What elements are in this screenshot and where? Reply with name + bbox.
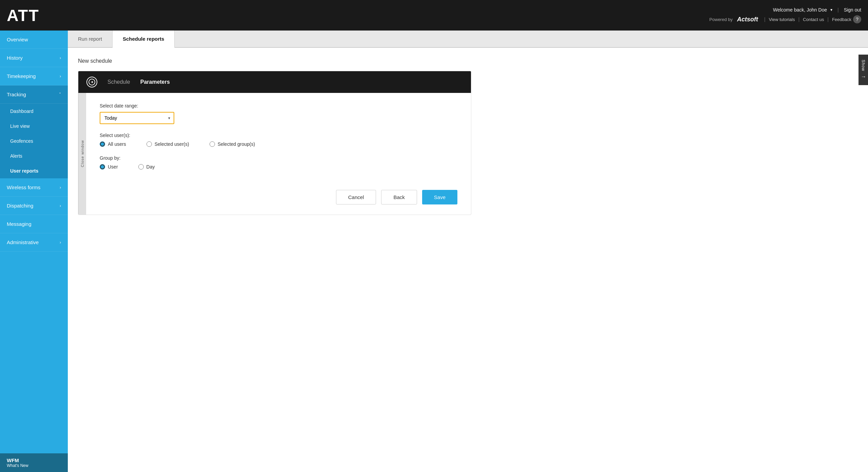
radio-selected-groups-label: Selected group(s) <box>218 141 255 147</box>
feedback-link[interactable]: Feedback <box>832 17 851 22</box>
card-header-icon <box>86 77 97 87</box>
chevron-right-icon: › <box>60 203 61 208</box>
sidebar-item-history-label: History <box>7 55 23 61</box>
close-window-button[interactable]: Close window <box>78 93 86 215</box>
sidebar-item-alerts[interactable]: Alerts <box>0 149 68 163</box>
arrow-left-icon: ← <box>861 74 866 80</box>
cancel-button[interactable]: Cancel <box>336 190 376 204</box>
buttons-row: Cancel Back Save <box>100 183 457 204</box>
help-button[interactable]: ? <box>853 15 861 23</box>
radio-group-day[interactable]: Day <box>138 164 155 170</box>
date-range-label: Select date range: <box>100 103 457 109</box>
date-range-wrapper: Today Yesterday This week Last week This… <box>100 112 174 124</box>
card-body: Select date range: Today Yesterday This … <box>86 93 471 215</box>
welcome-text: Welcome back, John Doe <box>773 7 827 13</box>
sidebar-footer-title: WFM <box>7 457 61 463</box>
radio-group-day-input[interactable] <box>138 164 144 170</box>
card-header-tabs: Schedule Parameters <box>107 78 170 86</box>
page-title: New schedule <box>78 58 858 64</box>
group-by-radio-group: User Day <box>100 164 457 170</box>
radio-selected-users[interactable]: Selected user(s) <box>146 141 189 147</box>
sidebar-item-overview[interactable]: Overview <box>0 31 68 49</box>
card-header: Schedule Parameters <box>78 71 471 93</box>
content-area: Run report Schedule reports New schedule… <box>68 31 868 472</box>
sidebar-item-user-reports[interactable]: User reports <box>0 163 68 178</box>
radio-group-day-label: Day <box>146 164 155 170</box>
radio-group-user-label: User <box>108 164 118 170</box>
sidebar-item-messaging-label: Messaging <box>7 221 32 227</box>
sidebar-item-dispatching-label: Dispatching <box>7 203 33 209</box>
chevron-down-icon: ˅ <box>59 92 61 97</box>
sidebar-item-administrative[interactable]: Administrative › <box>0 233 68 252</box>
group-by-label: Group by: <box>100 155 457 161</box>
radio-selected-groups-input[interactable] <box>210 141 215 147</box>
header-bottom-row: Powered by Actsoft | View tutorials | Co… <box>709 15 861 23</box>
tab-schedule-reports[interactable]: Schedule reports <box>113 31 175 48</box>
radio-selected-users-input[interactable] <box>146 141 152 147</box>
card-body-container: Close window Select date range: Today Ye… <box>78 93 471 215</box>
sign-out-link[interactable]: Sign out <box>844 7 861 13</box>
sidebar-footer: WFM What's New <box>0 453 68 472</box>
radio-selected-users-label: Selected user(s) <box>155 141 189 147</box>
sidebar-item-messaging[interactable]: Messaging <box>0 215 68 233</box>
app-logo: ATT <box>7 6 39 25</box>
sidebar-item-dispatching[interactable]: Dispatching › <box>0 197 68 215</box>
header-right: Welcome back, John Doe ▾ | Sign out Powe… <box>709 7 861 23</box>
sidebar-item-timekeeping[interactable]: Timekeeping › <box>0 67 68 85</box>
sidebar-item-administrative-label: Administrative <box>7 239 39 245</box>
radio-all-users[interactable]: All users <box>100 141 126 147</box>
radio-group-user-input[interactable] <box>100 164 105 170</box>
sidebar-item-dashboard-label: Dashboard <box>10 109 34 114</box>
save-button[interactable]: Save <box>422 190 457 204</box>
view-tutorials-link[interactable]: View tutorials <box>769 17 795 22</box>
tab-run-report[interactable]: Run report <box>68 31 113 47</box>
chevron-right-icon: › <box>60 56 61 60</box>
card-tab-schedule[interactable]: Schedule <box>107 78 130 86</box>
contact-us-link[interactable]: Contact us <box>803 17 824 22</box>
sidebar-item-tracking[interactable]: Tracking ˅ <box>0 85 68 104</box>
sidebar-item-wireless-forms-label: Wireless forms <box>7 184 40 190</box>
tabs-bar: Run report Schedule reports <box>68 31 868 48</box>
top-header: ATT Welcome back, John Doe ▾ | Sign out … <box>0 0 868 31</box>
sidebar-item-dashboard[interactable]: Dashboard <box>0 104 68 119</box>
sidebar-item-live-view-label: Live view <box>10 123 30 129</box>
actsoft-logo: Actsoft <box>737 16 758 23</box>
radio-all-users-label: All users <box>108 141 126 147</box>
chevron-right-icon: › <box>60 185 61 190</box>
sidebar-item-alerts-label: Alerts <box>10 153 22 159</box>
sidebar: Overview History › Timekeeping › Trackin… <box>0 31 68 472</box>
sidebar-item-geofences[interactable]: Geofences <box>0 134 68 149</box>
back-button[interactable]: Back <box>381 190 417 204</box>
right-panel-toggle[interactable]: ← Show <box>859 55 868 85</box>
card-tab-parameters[interactable]: Parameters <box>140 78 170 86</box>
main-layout: Overview History › Timekeeping › Trackin… <box>0 31 868 472</box>
right-panel-label: Show <box>861 60 866 71</box>
radio-all-users-input[interactable] <box>100 141 105 147</box>
sidebar-item-history[interactable]: History › <box>0 49 68 67</box>
page-content: New schedule ← Show <box>68 48 868 472</box>
sidebar-footer-subtitle[interactable]: What's New <box>7 463 61 468</box>
sidebar-item-tracking-label: Tracking <box>7 92 26 97</box>
user-radio-group: All users Selected user(s) Selected grou… <box>100 141 457 147</box>
powered-by-text: Powered by <box>709 17 733 22</box>
radio-selected-groups[interactable]: Selected group(s) <box>210 141 255 147</box>
select-users-label: Select user(s): <box>100 133 457 138</box>
group-by-section: Group by: User Day <box>100 155 457 170</box>
sidebar-item-geofences-label: Geofences <box>10 138 33 144</box>
chevron-down-icon[interactable]: ▾ <box>830 7 832 12</box>
date-range-section: Select date range: Today Yesterday This … <box>100 103 457 124</box>
sidebar-item-wireless-forms[interactable]: Wireless forms › <box>0 178 68 197</box>
radio-group-user[interactable]: User <box>100 164 118 170</box>
select-users-section: Select user(s): All users Selected user(… <box>100 133 457 147</box>
sidebar-item-live-view[interactable]: Live view <box>0 119 68 134</box>
sidebar-item-overview-label: Overview <box>7 37 28 42</box>
sidebar-item-user-reports-label: User reports <box>10 168 38 174</box>
chevron-right-icon: › <box>60 74 61 79</box>
chevron-right-icon: › <box>60 240 61 245</box>
schedule-card: Schedule Parameters Close window <box>78 71 471 215</box>
date-range-select[interactable]: Today Yesterday This week Last week This… <box>100 112 174 124</box>
sidebar-item-timekeeping-label: Timekeeping <box>7 73 36 79</box>
header-top-row: Welcome back, John Doe ▾ | Sign out <box>773 7 861 13</box>
